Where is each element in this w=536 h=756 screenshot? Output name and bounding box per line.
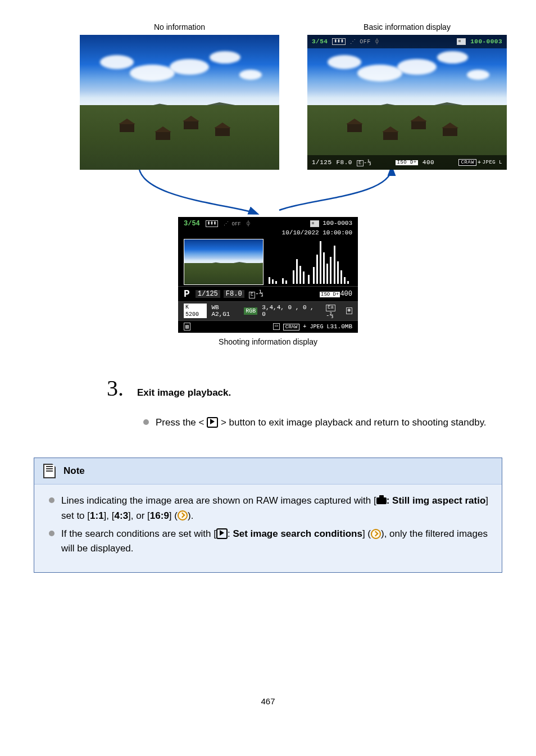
exp-icon: E — [249, 292, 255, 298]
craw-badge: CRAW — [458, 159, 476, 166]
play-button-icon — [207, 417, 218, 427]
aspect-link[interactable] — [178, 510, 188, 521]
crop-icon: ▭ — [273, 323, 279, 330]
file-size: 31.0MB — [330, 323, 352, 330]
thumb-basic-info: 3/54 ▮▮▮ ⋰ OFF ⌽ 100-0003 1/125 F8.0 E-⅓ — [307, 35, 507, 170]
step-body-item: Press the < > button to exit image playb… — [143, 415, 502, 430]
bt-icon: ⌽ — [375, 38, 379, 45]
shoot-counter: 3/54 — [184, 220, 200, 228]
step-title: Exit image playback. — [137, 387, 231, 399]
meter-icon: ◉ — [346, 307, 352, 314]
bt-icon: ⌽ — [247, 220, 250, 227]
flash-exp-icon: Ea — [326, 305, 335, 311]
shooting-info-panel: 3/54 ▮▮▮ ⋰ OFF ⌽ 100-0003 10/10/2022 10:… — [178, 217, 358, 333]
wifi-off-icon: ⋰ OFF — [350, 38, 371, 45]
link-icon — [178, 510, 188, 520]
flow-arrows — [54, 165, 482, 216]
card-icon — [457, 38, 466, 45]
craw-badge: CRAW — [283, 324, 300, 331]
search-cond-link[interactable] — [371, 528, 381, 539]
thumb-no-info — [80, 35, 279, 170]
card-icon — [310, 220, 319, 227]
note-box: Note Lines indicating the image area are… — [34, 458, 502, 572]
basic-exp: E-⅓ — [357, 159, 371, 167]
battery-icon: ▮▮▮ — [332, 38, 346, 45]
flash-exp: -⅔ — [326, 312, 333, 319]
play-button-icon — [216, 528, 228, 538]
jpeg-badge: JPEG L — [483, 160, 502, 165]
caption-no-info: No information — [154, 22, 205, 31]
picture-style-vals: 3,4,4, 0 , 0 , 0 — [262, 304, 320, 318]
mini-thumb — [184, 239, 264, 285]
jpeg-badge: JPEG L — [310, 324, 330, 330]
page-number: 467 — [34, 696, 502, 706]
caption-shooting-info: Shooting information display — [178, 337, 358, 346]
note-line-2: If the search conditions are set with [:… — [49, 527, 490, 556]
shoot-exp: -⅓ — [255, 290, 263, 298]
basic-counter: 3/54 — [312, 38, 328, 45]
histogram — [267, 239, 352, 284]
shoot-iso: 400 — [340, 290, 352, 298]
caption-basic-info: Basic information display — [364, 22, 451, 31]
mode-p: P — [184, 288, 190, 300]
battery-icon: ▮▮▮ — [206, 220, 218, 227]
camera-icon — [376, 497, 387, 504]
iso-d-icon: ISO D+ — [396, 160, 417, 165]
step-number: 3. — [107, 377, 124, 400]
kelvin-chip: K 5200 — [184, 304, 207, 318]
basic-aperture: F8.0 — [337, 159, 352, 166]
basic-iso: 400 — [423, 159, 434, 166]
note-line-1: Lines indicating the image area are show… — [49, 494, 490, 523]
rgb-chip: RGB — [244, 307, 257, 315]
send-icon: ▧ — [184, 323, 190, 331]
basic-file: 100-0003 — [470, 38, 502, 45]
shoot-shutter: 1/125 — [196, 290, 220, 298]
wifi-off-icon: ⋰ OFF — [224, 221, 241, 227]
shoot-file: 100-0003 — [322, 220, 352, 227]
shoot-aperture: F8.0 — [224, 290, 244, 298]
note-title: Note — [63, 465, 85, 477]
iso-d-icon: ISO D+ — [320, 292, 340, 297]
link-icon — [371, 529, 381, 539]
wb-shift: WB A2,G1 — [211, 304, 240, 318]
shoot-datetime: 10/10/2022 10:00:00 — [282, 229, 352, 236]
basic-shutter: 1/125 — [312, 159, 332, 166]
note-icon — [43, 464, 56, 478]
